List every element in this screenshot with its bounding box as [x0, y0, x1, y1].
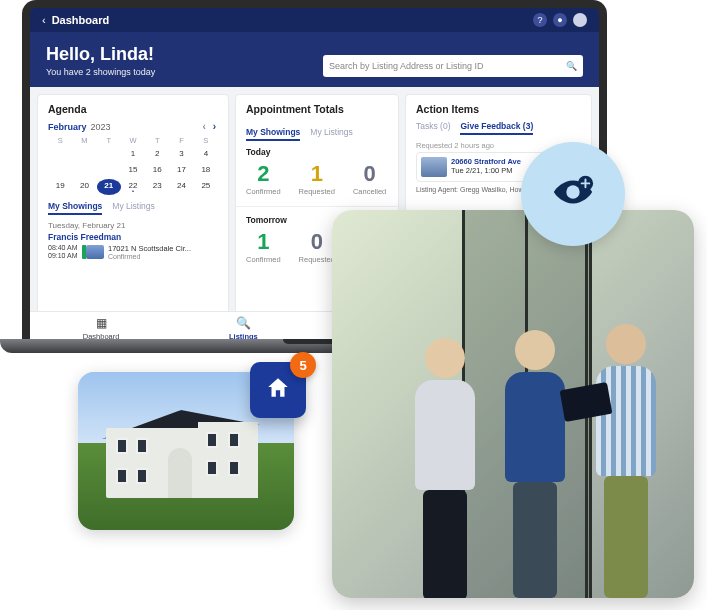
- agent-name[interactable]: Francis Freedman: [48, 232, 218, 242]
- actions-title: Action Items: [416, 103, 581, 115]
- visibility-badge[interactable]: [521, 142, 625, 246]
- dashboard-icon: ▦: [96, 316, 107, 330]
- appointment-time: 08:40 AM09:10 AM: [48, 244, 82, 260]
- svg-point-0: [566, 185, 579, 198]
- totals-title: Appointment Totals: [246, 103, 388, 115]
- appointment-address: 17021 N Scottsdale Cir...: [108, 244, 218, 253]
- eye-plus-icon: [550, 169, 596, 219]
- action-address: 20660 Stratford Ave: [451, 157, 521, 166]
- today-requested-count: 1: [299, 161, 335, 187]
- search-icon: 🔍: [236, 316, 251, 330]
- appointment-row[interactable]: 08:40 AM09:10 AM 17021 N Scottsdale Cir.…: [48, 244, 218, 260]
- next-month-icon[interactable]: ›: [213, 121, 218, 132]
- listings-badge[interactable]: 5: [250, 362, 306, 418]
- notification-icon[interactable]: ●: [553, 13, 567, 27]
- help-icon[interactable]: ?: [533, 13, 547, 27]
- avatar[interactable]: [573, 13, 587, 27]
- calendar-grid[interactable]: 1234 15161718 19202122232425: [48, 147, 218, 195]
- tomorrow-confirmed-count: 1: [246, 229, 281, 255]
- calendar-year: 2023: [91, 122, 111, 132]
- tab-my-showings[interactable]: My Showings: [48, 201, 102, 215]
- selected-day-label: Tuesday, February 21: [48, 221, 218, 230]
- top-bar: ‹ Dashboard ? ●: [30, 8, 599, 32]
- hero: Hello, Linda! You have 2 showings today …: [30, 32, 599, 87]
- calendar-dow: SMTWTFS: [48, 136, 218, 145]
- greeting: Hello, Linda!: [46, 44, 155, 65]
- agenda-title: Agenda: [48, 103, 218, 115]
- search-icon: 🔍: [566, 61, 577, 71]
- action-datetime: Tue 2/21, 1:00 PM: [451, 166, 521, 175]
- tab-my-listings[interactable]: My Listings: [112, 201, 155, 215]
- search-input[interactable]: Search by Listing Address or Listing ID …: [323, 55, 583, 77]
- tomorrow-requested-count: 0: [299, 229, 335, 255]
- tab-tasks[interactable]: Tasks (0): [416, 121, 450, 135]
- agenda-card: Agenda February 2023 ‹ › SMTWTFS 1234 15…: [38, 95, 228, 337]
- totals-tab-listings[interactable]: My Listings: [310, 127, 353, 141]
- house-icon: [265, 375, 291, 405]
- screen-title: Dashboard: [52, 14, 109, 26]
- today-confirmed-count: 2: [246, 161, 281, 187]
- listings-badge-count: 5: [290, 352, 316, 378]
- totals-tab-showings[interactable]: My Showings: [246, 127, 300, 141]
- listing-thumbnail: [421, 157, 447, 177]
- calendar-month: February: [48, 122, 87, 132]
- calendar-month-row: February 2023 ‹ ›: [48, 121, 218, 132]
- prev-month-icon[interactable]: ‹: [203, 121, 208, 132]
- people-photo: [332, 210, 694, 598]
- greeting-subtitle: You have 2 showings today: [46, 67, 155, 77]
- listing-thumbnail: [86, 245, 104, 259]
- appointment-status: Confirmed: [108, 253, 218, 260]
- back-icon[interactable]: ‹: [42, 14, 46, 26]
- today-label: Today: [246, 147, 388, 157]
- calendar-today: 21: [97, 179, 121, 195]
- today-cancelled-count: 0: [353, 161, 386, 187]
- tab-give-feedback[interactable]: Give Feedback (3): [460, 121, 533, 135]
- search-placeholder: Search by Listing Address or Listing ID: [329, 61, 484, 71]
